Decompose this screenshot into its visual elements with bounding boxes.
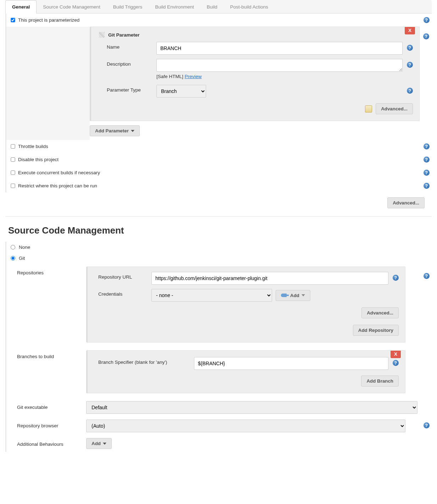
help-icon[interactable] [424, 143, 430, 149]
help-icon[interactable] [407, 88, 413, 94]
advanced-button[interactable]: Advanced... [376, 103, 413, 114]
label-repo-url: Repository URL [98, 272, 151, 280]
checkbox-parameterized[interactable] [11, 18, 15, 22]
row-scm-git: Git [5, 253, 432, 264]
tab-post-build[interactable]: Post-build Actions [224, 1, 275, 13]
radio-scm-none[interactable] [11, 245, 15, 250]
add-behaviour-button[interactable]: Add [86, 438, 112, 449]
row-git-executable: Git executable Default [5, 398, 432, 417]
help-icon[interactable] [424, 273, 430, 279]
checkbox-throttle[interactable] [11, 144, 15, 148]
label-restrict: Restrict where this project can be run [18, 183, 424, 188]
label-repo-browser: Repository browser [6, 420, 86, 428]
key-icon [281, 294, 287, 297]
config-tabbar: General Source Code Management Build Tri… [5, 0, 432, 13]
help-icon[interactable] [424, 170, 430, 176]
row-branches: Branches to build X Branch Specifier (bl… [5, 347, 432, 398]
chevron-down-icon [302, 294, 305, 296]
help-icon[interactable] [407, 45, 413, 51]
select-repo-browser[interactable]: (Auto) [86, 420, 405, 432]
checkbox-concurrent[interactable] [11, 170, 15, 175]
chevron-down-icon [103, 443, 106, 445]
chevron-down-icon [131, 130, 134, 132]
general-advanced-button[interactable]: Advanced... [387, 197, 425, 208]
drag-handle-icon[interactable] [99, 32, 105, 38]
label-credentials: Credentials [98, 289, 151, 297]
description-hint: [Safe HTML] Preview [91, 74, 419, 83]
label-scm-git: Git [19, 256, 25, 261]
tab-build-triggers[interactable]: Build Triggers [107, 1, 149, 13]
add-parameter-button[interactable]: Add Parameter [90, 125, 140, 136]
select-git-executable[interactable]: Default [86, 401, 417, 414]
row-scm-none: None [5, 242, 432, 253]
add-repository-button[interactable]: Add Repository [353, 325, 399, 336]
checkbox-disable[interactable] [11, 157, 15, 161]
input-branch-specifier[interactable] [194, 357, 388, 370]
help-icon[interactable] [423, 33, 429, 39]
select-parameter-type[interactable]: Branch [156, 85, 206, 98]
row-additional-behaviours: Additional Behaviours Add [5, 435, 432, 452]
tab-build-environment[interactable]: Build Environment [149, 1, 200, 13]
label-name: Name [107, 42, 156, 50]
select-credentials[interactable]: - none - [151, 289, 272, 302]
row-repo-browser: Repository browser (Auto) [5, 417, 432, 435]
row-throttle: Throttle builds [5, 140, 432, 153]
row-disable: Disable this project [5, 153, 432, 166]
label-git-executable: Git executable [6, 401, 86, 410]
help-icon[interactable] [407, 62, 413, 68]
label-parameterized: This project is parameterized [18, 17, 424, 23]
row-restrict: Restrict where this project can be run [5, 179, 432, 192]
scm-heading: Source Code Management [8, 225, 432, 236]
repository-panel: Repository URL Credentials - none - Add [86, 267, 405, 343]
close-icon[interactable]: X [391, 351, 401, 358]
label-scm-none: None [19, 245, 30, 250]
help-icon[interactable] [424, 422, 430, 428]
add-branch-button[interactable]: Add Branch [361, 376, 399, 387]
textarea-parameter-description[interactable] [156, 59, 403, 72]
row-parameterized: This project is parameterized [5, 13, 432, 27]
notepad-icon [365, 105, 372, 113]
label-description: Description [107, 59, 156, 67]
help-icon[interactable] [424, 157, 430, 163]
add-credentials-button[interactable]: Add [276, 290, 310, 301]
help-icon[interactable] [424, 183, 430, 189]
label-repositories: Repositories [6, 267, 86, 275]
preview-link[interactable]: Preview [185, 74, 202, 79]
label-branch-specifier: Branch Specifier (blank for 'any') [98, 357, 194, 365]
label-branches: Branches to build [6, 350, 86, 359]
help-icon[interactable] [393, 360, 399, 366]
row-repositories: Repositories Repository URL Credentials … [5, 264, 432, 347]
input-repo-url[interactable] [151, 272, 388, 285]
tab-build[interactable]: Build [200, 1, 224, 13]
label-additional-behaviours: Additional Behaviours [6, 438, 86, 447]
git-parameter-panel: X Git Parameter Name Description [90, 27, 420, 121]
tab-general[interactable]: General [5, 0, 37, 13]
branch-panel: X Branch Specifier (blank for 'any') Add… [86, 350, 405, 393]
row-concurrent: Execute concurrent builds if necessary [5, 166, 432, 179]
help-icon[interactable] [424, 17, 430, 23]
label-throttle: Throttle builds [18, 144, 424, 149]
repo-advanced-button[interactable]: Advanced... [361, 307, 399, 318]
panel-title: Git Parameter [108, 32, 140, 38]
help-icon[interactable] [393, 275, 399, 281]
tab-scm[interactable]: Source Code Management [37, 1, 106, 13]
label-disable: Disable this project [18, 157, 424, 162]
label-concurrent: Execute concurrent builds if necessary [18, 170, 424, 175]
label-parameter-type: Parameter Type [107, 85, 156, 93]
radio-scm-git[interactable] [11, 256, 15, 261]
checkbox-restrict[interactable] [11, 183, 15, 188]
input-parameter-name[interactable] [156, 42, 403, 55]
